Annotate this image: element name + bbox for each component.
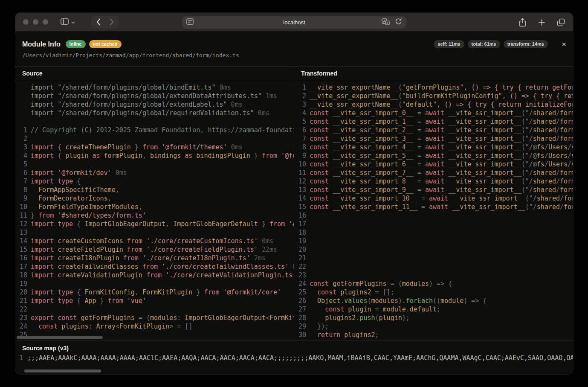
code-line: 16 [294,211,573,220]
source-code[interactable]: import "/shared/form/plugins/global/bind… [15,80,294,340]
line-number: 13 [15,228,27,237]
line-number: 1 [294,83,306,92]
share-icon [519,18,526,27]
traffic-lights [23,19,48,25]
source-panel: Source import "/shared/form/plugins/glob… [15,67,294,340]
desktop: localhost A a [0,0,588,387]
source-hscrollbar-thumb[interactable] [17,336,103,339]
inline-badge: inline [66,40,86,48]
source-panel-title: Source [15,67,294,80]
code-line: 17import createTailwindClasses from './c… [15,262,294,271]
code-line: import "/shared/form/plugins/global/exte… [15,100,294,109]
url-bar[interactable]: localhost A a [182,16,406,29]
code-line: 6const __vite_ssr_import_2__ = await __v… [294,126,573,134]
line-number: 27 [294,305,306,314]
back-button[interactable] [92,16,105,28]
line-number: 18 [294,228,306,237]
code-line: 8const __vite_ssr_import_4__ = await __v… [294,143,573,151]
sourcemap-code[interactable]: 1;;;AAEA;AAAkC;AAAA;AAAA;AAAA;AAClC;AAEA… [15,353,573,362]
line-number: 22 [294,262,306,271]
code-line: 8 FormAppSpecificTheme, [15,186,294,194]
line-number: 13 [294,186,306,194]
line-number: 14 [294,194,306,203]
code-line: 21import type { App } from 'vue' [15,297,294,305]
close-window-button[interactable] [23,19,29,25]
code-line: 21 [294,254,573,262]
line-number: 10 [294,160,306,169]
sidebar-toggle-button[interactable] [55,16,81,29]
line-number: 8 [15,186,27,194]
code-line: 20import type { FormKitConfig, FormKitPl… [15,288,294,297]
back-chevron-icon [96,18,101,26]
zoom-window-button[interactable] [43,19,48,25]
reload-icon[interactable] [395,18,402,27]
code-line: 6import '@formkit/dev' 0ms [15,169,294,177]
code-line [15,117,294,126]
code-line: 16import createI18nPlugin from './core/c… [15,254,294,262]
file-path: /Users/vladimir/Projects/zammad/app/fron… [22,52,566,58]
code-line: 10const __vite_ssr_import_6__ = await __… [294,160,573,169]
code-line: 10 FormFieldTypeImportModules, [15,203,294,211]
code-line: 19 [294,237,573,245]
sourcemap-section: Source map (v3) 1;;;AAEA;AAAkC;AAAA;AAAA… [15,340,573,374]
line-number: 19 [294,237,306,245]
self-time-badge: self: 11ms [434,40,464,48]
line-number: 26 [294,297,306,305]
code-line: import "/shared/form/plugins/global/exte… [15,92,294,100]
code-line: 1;;;AAEA;AAAkC;AAAA;AAAA;AAAA;AAClC;AAEA… [15,354,573,362]
line-number: 23 [15,314,27,322]
line-number: 24 [15,322,27,331]
total-time-badge: total: 61ms [468,40,500,48]
code-line: 9 FormDecoratorIcons, [15,194,294,203]
line-number: 12 [15,220,27,228]
tab-overview-icon [557,18,565,26]
code-line: 13const __vite_ssr_import_9__ = await __… [294,186,573,194]
forward-button[interactable] [105,16,118,28]
code-line: 25 const plugins2 = []; [294,288,573,297]
line-number: 11 [15,211,27,220]
code-line: 24 const plugins: Array<FormKitPlugin> =… [15,322,294,331]
not-cached-badge: not cached [89,40,122,48]
code-line: 22 [15,305,294,314]
line-number: 4 [294,109,306,117]
code-line: 14import createCustomIcons from './core/… [15,237,294,245]
url-text: localhost [182,19,406,26]
line-number: 14 [15,237,27,245]
line-number: 8 [294,143,306,151]
line-number: 22 [15,305,27,314]
line-number: 6 [15,169,27,177]
code-line: 12import type { ImportGlobEagerOutput, I… [15,220,294,228]
code-line: 23 [294,271,573,279]
tab-overview-button[interactable] [555,16,566,29]
line-number: 29 [294,322,306,331]
code-line: 4import { plugin as formPlugin, bindings… [15,151,294,160]
code-line: 1__vite_ssr_exportName__("getFormPlugins… [294,83,573,92]
code-line: 7import type { [15,177,294,186]
line-number: 6 [294,126,306,134]
code-line: 13 [15,228,294,237]
close-button[interactable]: × [562,40,566,48]
code-panels: Source import "/shared/form/plugins/glob… [15,66,573,340]
code-line: 24const getFormPlugins = (modules) => { [294,279,573,288]
code-line: import "/shared/form/plugins/global/bind… [15,83,294,92]
code-line: 20 [294,245,573,254]
line-number: 1 [15,354,23,362]
code-line: 4const __vite_ssr_import_0__ = await __v… [294,109,573,117]
sourcemap-hscrollbar-thumb[interactable] [24,370,101,372]
line-number: 24 [294,279,306,288]
transformed-code[interactable]: 1__vite_ssr_exportName__("getFormPlugins… [294,80,573,340]
line-number: 5 [15,160,27,169]
share-button[interactable] [517,16,528,29]
minimize-window-button[interactable] [33,19,38,25]
code-line: 18 [294,228,573,237]
code-line: 9const __vite_ssr_import_5__ = await __v… [294,151,573,160]
line-number: 16 [294,211,306,220]
line-number: 19 [15,279,27,288]
code-line: 29 }); [294,322,573,331]
line-number: 5 [294,117,306,126]
line-number: 9 [294,151,306,160]
transformed-panel: Transformed 1__vite_ssr_exportName__("ge… [294,67,573,340]
line-number: 20 [294,245,306,254]
new-tab-button[interactable] [536,16,547,29]
translate-icon[interactable]: A a [382,18,390,27]
